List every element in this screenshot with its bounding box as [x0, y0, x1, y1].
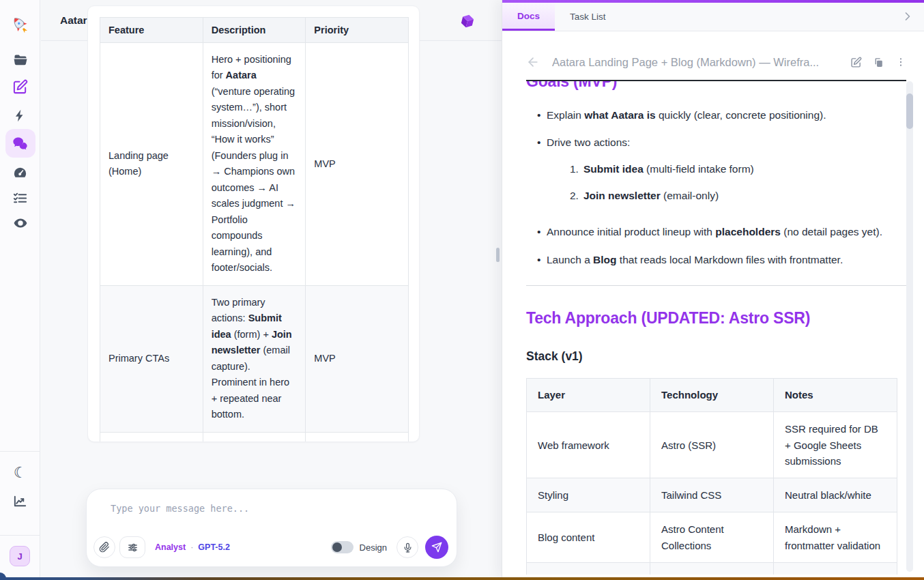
cube-icon [459, 12, 478, 30]
sidebar-item-analytics[interactable] [0, 491, 40, 510]
lightning-icon [13, 108, 27, 123]
chat-panel: Aatara FeatureDescriptionPriorityLanding… [41, 0, 502, 580]
dark-mode-toggle[interactable]: ☾ [0, 463, 40, 483]
settings-button[interactable] [119, 536, 145, 558]
list-number: 1. [570, 160, 579, 178]
analytics-icon [12, 493, 28, 509]
chat-scrollbar-thumb[interactable] [496, 248, 500, 262]
design-toggle[interactable] [331, 541, 353, 553]
folder-icon [12, 52, 29, 68]
column-header: Technology [650, 378, 774, 412]
message-input[interactable] [111, 503, 431, 526]
list-item: •Announce initial product lineup with pl… [526, 223, 906, 241]
table-row: Landing page (Home)Hero + positioning fo… [100, 43, 409, 286]
list-number: 2. [570, 187, 579, 205]
table-cell: DB / ORM [527, 562, 650, 575]
column-header: Description [203, 18, 306, 43]
stack-heading: Stack (v1) [526, 347, 906, 366]
chat-icon [11, 134, 29, 153]
table-cell: MVP [306, 43, 409, 286]
list-item-text: Join newsletter (email-only) [583, 187, 719, 205]
sidebar-item-tasks[interactable] [0, 189, 40, 207]
copy-icon [873, 57, 884, 68]
goals-heading: Goals (MVP) [526, 81, 906, 91]
table-cell: Primary CTAs [100, 285, 203, 432]
moon-icon: ☾ [14, 464, 27, 482]
table-row: StylingTailwind CSSNeutral black/white [527, 478, 897, 512]
docs-panel: Docs Task List Aatara Landing Page + Blo… [502, 0, 924, 577]
gauge-icon [12, 165, 28, 181]
panel-tabs: Docs Task List [502, 3, 924, 31]
sidebar: ☾ J [0, 0, 40, 580]
more-options-button[interactable] [895, 57, 906, 68]
bullet-marker: • [537, 106, 547, 124]
separator-dot: · [190, 542, 193, 552]
mic-button[interactable] [396, 536, 418, 558]
back-button[interactable] [526, 55, 540, 69]
table-cell: Markdown + frontmatter validation [774, 512, 897, 563]
list-item: •Explain what Aatara is quickly (clear, … [526, 106, 906, 124]
mic-icon [403, 542, 413, 553]
tab-docs[interactable]: Docs [502, 3, 555, 31]
design-toggle-label: Design [360, 542, 387, 553]
user-avatar[interactable]: J [10, 546, 30, 566]
table-cell: Landing page (Home) [100, 43, 203, 286]
rocket-icon [10, 15, 31, 35]
table-cell: Prisma + SQLite (dev) / Postgres (prod) [650, 562, 774, 575]
ordered-list-item: 2.Join newsletter (email-only) [570, 187, 899, 205]
table-cell: Tailwind CSS [650, 478, 774, 512]
doc-actions [850, 57, 906, 68]
column-header: Notes [774, 378, 897, 412]
docs-scrollbar-thumb[interactable] [906, 93, 913, 129]
edit-doc-button[interactable] [850, 57, 862, 68]
column-header: Layer [527, 378, 650, 412]
cube-icon-button[interactable] [459, 12, 478, 31]
assistant-message: FeatureDescriptionPriorityLanding page (… [87, 5, 420, 442]
table-cell: Hero + positioning for Aatara (“venture … [203, 43, 306, 286]
list-item-text: Explain what Aatara is quickly (clear, c… [547, 106, 906, 124]
model-selector[interactable]: GPT-5.2 [198, 542, 230, 552]
sidebar-item-files[interactable] [0, 50, 40, 70]
table-cell: Two primary actions: Submit idea (form) … [203, 285, 306, 432]
back-arrow-icon [526, 55, 540, 69]
docs-scrollbar-track [906, 81, 913, 572]
goals-bullet-list: •Explain what Aatara is quickly (clear, … [526, 106, 906, 269]
ordered-list-item: 1.Submit idea (multi-field intake form) [570, 160, 899, 178]
column-header: Feature [100, 18, 203, 43]
feature-table: FeatureDescriptionPriorityLanding page (… [100, 17, 409, 442]
checklist-icon [12, 190, 28, 206]
copy-doc-button[interactable] [873, 57, 884, 68]
section-divider [526, 285, 906, 286]
chevron-right-icon [901, 10, 914, 23]
table-cell: SSR required for DB + Google Sheets subm… [774, 412, 897, 478]
table-cell: Astro Content Collections [650, 512, 774, 563]
bullet-marker: • [537, 134, 547, 213]
table-cell: Neutral black/white [774, 478, 897, 512]
collapse-panel-button[interactable] [901, 10, 914, 23]
column-header: Priority [306, 18, 409, 43]
tab-task-list[interactable]: Task List [555, 3, 621, 31]
table-cell: Products teaser (placeholders) [100, 432, 203, 442]
table-row: Web frameworkAstro (SSR)SSR required for… [527, 412, 897, 478]
sidebar-item-preview[interactable] [0, 214, 40, 232]
bullet-marker: • [537, 223, 547, 241]
sliders-icon [127, 542, 139, 553]
ordered-sublist: 1.Submit idea (multi-field intake form)2… [570, 160, 899, 204]
sidebar-item-chat[interactable] [0, 132, 40, 155]
table-cell: Styling [527, 478, 650, 512]
sidebar-item-dashboard[interactable] [0, 163, 40, 182]
list-item: •Launch a Blog that reads local Markdown… [526, 251, 906, 269]
sidebar-divider [0, 535, 40, 536]
send-button[interactable] [425, 536, 448, 559]
sidebar-item-compose[interactable] [0, 77, 40, 96]
stack-table: LayerTechnologyNotesWeb frameworkAstro (… [526, 378, 897, 575]
table-cell: MVP [306, 285, 409, 432]
sidebar-item-automations[interactable] [0, 106, 40, 125]
agent-selector[interactable]: Analyst [155, 542, 186, 552]
rocket-logo[interactable] [0, 14, 40, 37]
table-cell: Web framework [527, 412, 650, 478]
table-cell: Astro (SSR) [650, 412, 774, 478]
eye-icon [12, 215, 29, 231]
attach-button[interactable] [93, 536, 115, 558]
message-composer: Analyst · GPT-5.2 Design [86, 489, 457, 567]
